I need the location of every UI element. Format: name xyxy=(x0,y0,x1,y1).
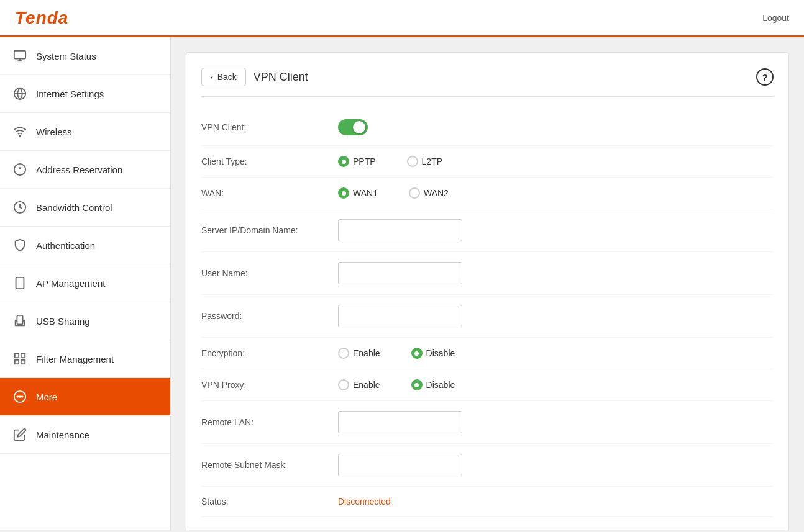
sidebar-item-wireless[interactable]: Wireless xyxy=(0,113,170,151)
vpn-client-toggle[interactable] xyxy=(338,119,368,135)
remote-subnet-control xyxy=(338,454,462,476)
sidebar: System Status Internet Settings Wireless xyxy=(0,37,171,530)
remote-subnet-input[interactable] xyxy=(338,454,462,476)
vpn-client-row: VPN Client: xyxy=(201,109,774,146)
logo: Tenda xyxy=(15,8,68,28)
remote-lan-control xyxy=(338,411,462,433)
back-button[interactable]: ‹ Back xyxy=(201,68,246,86)
sidebar-label-system-status: System Status xyxy=(36,51,96,61)
sidebar-item-internet-settings[interactable]: Internet Settings xyxy=(0,75,170,113)
server-ip-control xyxy=(338,219,462,241)
remote-lan-input[interactable] xyxy=(338,411,462,433)
maintenance-icon xyxy=(12,427,27,442)
radio-circle-proxy-enable xyxy=(338,379,349,390)
client-type-row: Client Type: PPTP L2TP xyxy=(201,146,774,178)
radio-label-enc-disable: Disable xyxy=(426,348,455,358)
radio-circle-pptp xyxy=(338,156,349,167)
sidebar-label-more: More xyxy=(36,392,57,402)
ap-icon xyxy=(12,276,27,291)
password-input[interactable] xyxy=(338,305,462,327)
sidebar-item-filter-management[interactable]: Filter Management xyxy=(0,340,170,378)
remote-subnet-row: Remote Subnet Mask: xyxy=(201,444,774,487)
radio-pptp[interactable]: PPTP xyxy=(338,156,376,167)
radio-label-l2tp: L2TP xyxy=(422,156,442,166)
svg-point-5 xyxy=(19,135,21,137)
remote-subnet-label: Remote Subnet Mask: xyxy=(201,460,338,470)
radio-circle-enc-disable xyxy=(411,348,423,359)
radio-proxy-enable[interactable]: Enable xyxy=(338,379,380,390)
username-input[interactable] xyxy=(338,262,462,284)
sidebar-item-maintenance[interactable]: Maintenance xyxy=(0,416,170,454)
sidebar-item-ap-management[interactable]: AP Management xyxy=(0,264,170,302)
sidebar-label-filter-management: Filter Management xyxy=(36,354,114,364)
radio-enc-enable[interactable]: Enable xyxy=(338,348,380,359)
more-icon xyxy=(12,389,27,404)
wan-row: WAN: WAN1 WAN2 xyxy=(201,178,774,209)
sidebar-item-system-status[interactable]: System Status xyxy=(0,37,170,75)
sidebar-label-ap-management: AP Management xyxy=(36,278,105,289)
sidebar-item-more[interactable]: More xyxy=(0,378,170,416)
vpn-client-label: VPN Client: xyxy=(201,122,338,132)
radio-label-pptp: PPTP xyxy=(353,156,376,166)
filter-icon xyxy=(12,351,27,366)
ip-icon xyxy=(12,162,27,177)
svg-rect-14 xyxy=(21,354,25,358)
panel-header: ‹ Back VPN Client ? xyxy=(201,68,774,97)
help-symbol: ? xyxy=(762,72,767,83)
sidebar-label-address-reservation: Address Reservation xyxy=(36,165,122,175)
svg-rect-13 xyxy=(15,354,19,358)
radio-label-proxy-enable: Enable xyxy=(353,380,380,390)
server-ip-input[interactable] xyxy=(338,219,462,241)
password-control xyxy=(338,305,462,327)
radio-label-proxy-disable: Disable xyxy=(426,380,455,390)
password-row: Password: xyxy=(201,295,774,338)
radio-wan2[interactable]: WAN2 xyxy=(409,187,449,199)
radio-label-wan1: WAN1 xyxy=(353,188,378,198)
vpn-client-control xyxy=(338,119,368,135)
header: Tenda Logout xyxy=(0,0,804,37)
server-ip-row: Server IP/Domain Name: xyxy=(201,209,774,252)
status-value: Disconnected xyxy=(338,497,391,507)
encryption-control: Enable Disable xyxy=(338,348,455,359)
sidebar-label-authentication: Authentication xyxy=(36,240,95,251)
sidebar-item-address-reservation[interactable]: Address Reservation xyxy=(0,151,170,189)
usb-icon xyxy=(12,313,27,328)
toggle-thumb xyxy=(353,121,365,133)
client-type-control: PPTP L2TP xyxy=(338,156,442,167)
svg-point-18 xyxy=(17,396,18,397)
wifi-icon xyxy=(12,124,27,139)
vpn-proxy-row: VPN Proxy: Enable Disable xyxy=(201,369,774,401)
svg-rect-0 xyxy=(14,51,25,59)
bandwidth-icon xyxy=(12,200,27,215)
wan-control: WAN1 WAN2 xyxy=(338,187,449,199)
radio-l2tp[interactable]: L2TP xyxy=(407,156,442,167)
svg-point-20 xyxy=(22,396,23,397)
radio-label-wan2: WAN2 xyxy=(424,188,449,198)
radio-circle-wan2 xyxy=(409,187,420,199)
radio-circle-l2tp xyxy=(407,156,418,167)
back-label: Back xyxy=(217,72,237,82)
radio-proxy-disable[interactable]: Disable xyxy=(411,379,455,390)
help-icon[interactable]: ? xyxy=(756,68,774,86)
svg-rect-12 xyxy=(17,315,22,325)
sidebar-item-authentication[interactable]: Authentication xyxy=(0,227,170,264)
radio-wan1[interactable]: WAN1 xyxy=(338,187,378,199)
sidebar-label-wireless: Wireless xyxy=(36,127,72,137)
globe-icon xyxy=(12,86,27,101)
svg-rect-15 xyxy=(21,360,25,364)
radio-enc-disable[interactable]: Disable xyxy=(411,348,455,359)
status-control: Disconnected xyxy=(338,497,391,507)
svg-rect-16 xyxy=(15,360,19,364)
auth-icon xyxy=(12,238,27,253)
sidebar-item-usb-sharing[interactable]: USB Sharing xyxy=(0,302,170,340)
monitor-icon xyxy=(12,48,27,63)
content-area: ‹ Back VPN Client ? VPN Client: xyxy=(171,37,804,530)
logout-button[interactable]: Logout xyxy=(762,13,789,23)
main-layout: System Status Internet Settings Wireless xyxy=(0,37,804,530)
status-row: Status: Disconnected xyxy=(201,487,774,517)
back-chevron-icon: ‹ xyxy=(211,72,214,82)
status-label: Status: xyxy=(201,497,338,507)
remote-lan-label: Remote LAN: xyxy=(201,417,338,427)
panel-title: VPN Client xyxy=(254,71,308,84)
sidebar-item-bandwidth-control[interactable]: Bandwidth Control xyxy=(0,189,170,227)
